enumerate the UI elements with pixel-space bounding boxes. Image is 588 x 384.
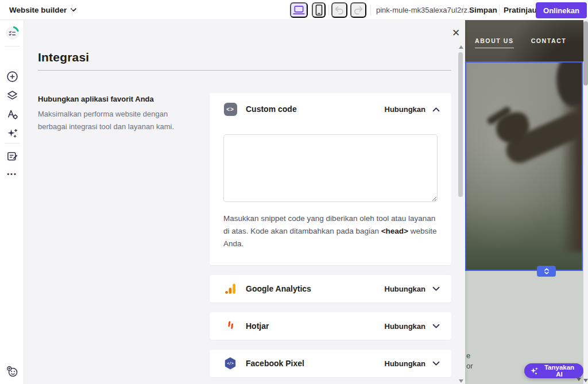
more-tools-icon[interactable]: •••	[0, 170, 24, 177]
chevron-up-icon[interactable]	[432, 107, 440, 112]
site-domain-name[interactable]: pink-mule-mk35alexa7ul2rz...	[376, 0, 474, 20]
website-builder-label: Website builder	[9, 6, 67, 14]
facebook-pixel-icon: </>	[223, 356, 237, 370]
sidebar: •••	[0, 20, 24, 384]
desktop-view-button[interactable]	[290, 2, 308, 18]
sparkles-icon	[529, 366, 539, 376]
undo-icon	[334, 6, 345, 15]
divider	[370, 5, 371, 15]
integration-row-custom-code[interactable]: <> Custom code Hubungkan	[210, 93, 451, 125]
connect-link[interactable]: Hubungkan	[385, 105, 426, 114]
custom-code-body: Masukkan snippet code yang diberikan ole…	[210, 125, 451, 265]
sections-layers-icon[interactable]	[0, 89, 24, 102]
nav-link-about-us[interactable]: ABOUT US	[475, 37, 514, 48]
nav-link-contact[interactable]: CONTACT	[531, 37, 567, 48]
chevron-down-icon[interactable]	[432, 324, 440, 329]
scroll-down-icon[interactable]	[459, 379, 463, 383]
preview-site-header: ABOUT US CONTACT	[465, 20, 583, 61]
window-scrollbar[interactable]	[583, 20, 588, 384]
integration-row-google-analytics[interactable]: Google Analytics Hubungkan	[210, 275, 451, 302]
svg-text:</>: </>	[227, 361, 234, 366]
intro-block: Hubungkan aplikasi favorit Anda Maksimal…	[38, 95, 199, 133]
panel-title: Integrasi	[38, 51, 89, 64]
integration-name: Custom code	[246, 104, 297, 114]
chevron-down-icon[interactable]	[432, 286, 440, 292]
scrollbar-thumb[interactable]	[583, 21, 588, 86]
divider	[38, 70, 451, 71]
cropped-text-line: e	[466, 351, 470, 360]
website-styles-icon[interactable]	[0, 108, 24, 121]
integration-name: Hotjar	[246, 321, 269, 331]
integration-name: Google Analytics	[246, 284, 311, 293]
integration-name: Facebook Pixel	[246, 359, 304, 368]
desktop-icon	[293, 5, 305, 15]
save-label: Simpan	[469, 6, 497, 14]
connect-link[interactable]: Hubungkan	[385, 359, 426, 368]
blog-editor-icon[interactable]	[0, 150, 24, 163]
site-preview: ABOUT US CONTACT e or Tanyakan AI	[465, 20, 583, 384]
topbar: Website builder pi	[0, 0, 588, 20]
redo-button[interactable]	[350, 2, 366, 18]
integration-card-hotjar: Hotjar Hubungkan	[210, 312, 451, 340]
integration-row-facebook-pixel[interactable]: </> Facebook Pixel Hubungkan	[210, 350, 451, 377]
custom-code-icon: <>	[223, 102, 237, 116]
intro-body: Maksimalkan performa website dengan berb…	[38, 108, 199, 133]
scroll-down-icon[interactable]	[583, 379, 588, 382]
google-analytics-icon	[223, 282, 237, 296]
ai-tools-icon[interactable]	[0, 127, 24, 140]
preview-button[interactable]: Pratinjau	[504, 0, 537, 20]
divider	[463, 5, 464, 15]
hotjar-icon	[223, 319, 237, 333]
connect-link[interactable]: Hubungkan	[385, 322, 426, 331]
section-resize-handle[interactable]	[537, 266, 556, 277]
custom-code-input[interactable]	[223, 134, 438, 202]
chevron-down-icon[interactable]	[432, 361, 440, 366]
panel-scrollbar[interactable]	[458, 45, 463, 383]
integration-card-google-analytics: Google Analytics Hubungkan	[210, 275, 451, 302]
integration-card-facebook-pixel: </> Facebook Pixel Hubungkan	[210, 350, 451, 377]
site-checklist-logo-icon[interactable]	[0, 25, 24, 41]
feedback-icon[interactable]	[0, 364, 24, 378]
scrollbar-thumb[interactable]	[458, 52, 463, 197]
preview-label: Pratinjau	[504, 6, 537, 14]
more-dots-glyph: •••	[7, 170, 17, 177]
connect-link[interactable]: Hubungkan	[385, 285, 426, 293]
integration-row-hotjar[interactable]: Hotjar Hubungkan	[210, 312, 451, 340]
integration-card-custom-code: <> Custom code Hubungkan Masukkan snippe…	[210, 93, 451, 265]
mobile-view-button[interactable]	[312, 2, 326, 18]
website-builder-menu[interactable]: Website builder	[9, 0, 76, 20]
preview-nav: ABOUT US CONTACT	[475, 37, 566, 48]
scroll-up-icon[interactable]	[459, 45, 463, 49]
app-window: Website builder pi	[0, 0, 588, 384]
preview-hero-image[interactable]	[465, 61, 583, 271]
divider	[5, 46, 20, 46]
ask-ai-button[interactable]: Tanyakan AI	[524, 363, 583, 378]
save-button[interactable]: Simpan	[469, 0, 497, 20]
divider	[328, 5, 329, 15]
preview-scroll-down-icon[interactable]	[577, 378, 581, 381]
divider	[72, 5, 72, 15]
redo-icon	[353, 6, 363, 15]
publish-button[interactable]: Onlinekan	[536, 2, 587, 18]
head-tag-label: <head>	[381, 227, 408, 235]
integrations-panel: ✕ Integrasi Hubungkan aplikasi favorit A…	[24, 20, 465, 384]
divider	[5, 143, 20, 143]
close-icon[interactable]: ✕	[449, 26, 463, 40]
mobile-icon	[315, 4, 323, 16]
undo-button[interactable]	[331, 2, 347, 18]
divider	[499, 5, 500, 15]
ask-ai-label: Tanyakan AI	[543, 364, 576, 378]
custom-code-helper: Masukkan snippet code yang diberikan ole…	[223, 212, 438, 250]
cropped-text-line: or	[466, 362, 473, 370]
add-element-icon[interactable]	[0, 70, 24, 83]
intro-heading: Hubungkan aplikasi favorit Anda	[38, 95, 199, 103]
integration-list: <> Custom code Hubungkan Masukkan snippe…	[210, 93, 451, 384]
